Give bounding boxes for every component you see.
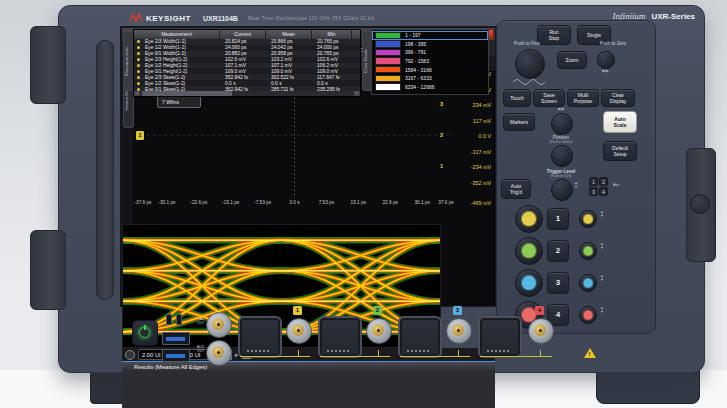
- trigger-source-grid[interactable]: 1 2 3 4: [589, 177, 608, 196]
- power-button[interactable]: [132, 320, 158, 346]
- bezel-brand: KEYSIGHT: [146, 14, 191, 23]
- zoom-button[interactable]: Zoom: [557, 51, 587, 69]
- color-swatch: [375, 66, 401, 74]
- col-min[interactable]: Min: [312, 30, 352, 39]
- ch4-arrows-icon: ▲▼: [599, 306, 605, 315]
- results-panel: Measurements Measurement Current Mean Mi…: [122, 371, 495, 408]
- table-row[interactable]: Eye 0/1 Height(1-2)109.0 mV109.0 mV109.0…: [134, 68, 360, 74]
- color-swatch: [375, 49, 401, 57]
- v-label: 117 mV: [455, 118, 491, 124]
- marker-position-knob[interactable]: [551, 113, 573, 135]
- horizontal-scale-knob[interactable]: [515, 49, 545, 79]
- auto-scale-button[interactable]: AutoScale: [603, 111, 637, 133]
- table-row[interactable]: Eye 1/2 Width(1-2)24.060 ps24.042 ps24.0…: [134, 45, 360, 51]
- horizontal-delay-knob[interactable]: [597, 51, 615, 69]
- t-label: 22.6 ps: [374, 200, 406, 205]
- table-row[interactable]: Eye 2/3 Height(1-2)102.6 mV103.2 mV102.6…: [134, 57, 360, 63]
- color-swatch: [375, 75, 401, 83]
- scroll-thumb[interactable]: [142, 91, 232, 96]
- clamp-knob[interactable]: [690, 194, 710, 214]
- color-swatch: [375, 57, 401, 65]
- ch4-input-tag: 4: [535, 306, 544, 315]
- save-screen-button[interactable]: SaveScreen: [533, 89, 565, 107]
- position-knob[interactable]: [551, 145, 573, 167]
- v-label: -234 mV: [455, 164, 491, 170]
- ch2-scale-knob[interactable]: [515, 237, 543, 265]
- horizontal-icon[interactable]: [125, 350, 135, 360]
- t-label: 15.1 ps: [342, 200, 374, 205]
- results-table[interactable]: Measurement Current Mean Min Eye 2/3 Wid…: [133, 29, 361, 97]
- series-name: UXR-Series: [651, 12, 695, 21]
- ch1-offset-knob[interactable]: [579, 210, 597, 228]
- left-handle: [96, 40, 114, 300]
- trigger-level-line: [135, 135, 454, 136]
- ch4-offset-knob[interactable]: [579, 306, 597, 324]
- probe-socket-1: [238, 316, 282, 358]
- clear-display-button[interactable]: ClearDisplay: [601, 89, 635, 107]
- trigger-level-knob[interactable]: [551, 179, 573, 201]
- warning-icon: !: [584, 348, 596, 358]
- legend-row[interactable]: 396 - 791: [372, 48, 488, 57]
- cal-out-connector: [206, 312, 232, 338]
- auto-trigd-button[interactable]: AutoTrig'd: [501, 179, 531, 199]
- color-swatch: [375, 40, 401, 48]
- ch2-offset-knob[interactable]: [579, 242, 597, 260]
- legend-row[interactable]: 792 - 1583: [372, 57, 488, 66]
- table-header: Measurement Current Mean Min: [134, 30, 360, 39]
- col-measurement[interactable]: Measurement: [134, 30, 220, 39]
- ch3-scale-knob[interactable]: [515, 269, 543, 297]
- ground-port: [176, 314, 182, 325]
- legend-row[interactable]: 198 - 395: [372, 40, 488, 49]
- results-header[interactable]: Results (Measure All Edges): [122, 361, 495, 371]
- color-grade-legend: 1 - 197 198 - 395 396 - 791 792 - 1583 1…: [371, 29, 489, 95]
- ch3-arrows-icon: ▲▼: [599, 274, 605, 283]
- scroll-right-icon[interactable]: ▸: [354, 91, 360, 96]
- ch3-offset-knob[interactable]: [579, 274, 597, 292]
- table-row[interactable]: Eye 2/3 Skew(1-2)352.942 fs302.522 fs117…: [134, 74, 360, 80]
- table-row[interactable]: Eye 1/2 Height(1-2)107.1 mV107.1 mV106.2…: [134, 63, 360, 69]
- legend-row[interactable]: 6334 - 12666: [372, 83, 488, 92]
- ch2-input-tag: 2: [373, 306, 382, 315]
- channel1-ground-marker[interactable]: 1: [136, 131, 144, 140]
- delay-arrows-icon: ◀ ▶: [595, 69, 615, 73]
- ch2-button[interactable]: 2: [547, 240, 569, 262]
- legend-row[interactable]: 1584 - 3166: [372, 65, 488, 74]
- keysight-spark-logo: [130, 13, 143, 23]
- usb-port-2: [162, 349, 190, 362]
- position-arrows-icon: ◀ ▶: [551, 107, 571, 111]
- touch-button[interactable]: Touch: [503, 89, 531, 107]
- aux-label: Aux: [609, 183, 623, 187]
- table-row[interactable]: Eye 2/3 Width(1-2)20.824 ps20.866 ps20.7…: [134, 39, 360, 45]
- table-scrollbar[interactable]: ◂▸: [134, 91, 360, 96]
- trig-source-4[interactable]: 4: [599, 187, 608, 196]
- scroll-left-icon[interactable]: ◂: [134, 91, 140, 96]
- table-row[interactable]: Eye 1/2 Skew(1-2)0.0 s0.0 s0.0 s: [134, 80, 360, 86]
- v-label: 0.0 V: [455, 133, 491, 139]
- trig-source-1[interactable]: 1: [589, 177, 598, 186]
- default-setup-button[interactable]: DefaultSetup: [603, 141, 637, 161]
- ch1-input-tag: 1: [293, 306, 302, 315]
- legend-row[interactable]: 3167 - 6333: [372, 74, 488, 83]
- aux-out-label: AUXOUT: [190, 345, 204, 353]
- bezel-model: UXR1104B: [203, 15, 238, 22]
- trig-source-2[interactable]: 2: [599, 177, 608, 186]
- cal-out-label: CALOUT: [190, 317, 204, 325]
- ch3-button[interactable]: 3: [547, 272, 569, 294]
- ch1-scale-knob[interactable]: [515, 205, 543, 233]
- lcd-screen[interactable]: File Control Setup Display Trigger Measu…: [120, 26, 497, 307]
- multi-purpose-button[interactable]: MultiPurpose: [567, 89, 599, 107]
- col-current[interactable]: Current: [220, 30, 266, 39]
- ch1-button[interactable]: 1: [547, 208, 569, 230]
- trig-source-3[interactable]: 3: [589, 187, 598, 196]
- t-label: 7.53 ps: [310, 200, 342, 205]
- legend-row[interactable]: 1 - 197: [372, 31, 488, 40]
- usb-port-1: [162, 332, 190, 345]
- front-control-panel: RunStop Single Push to Fine Push to Zero…: [496, 20, 656, 334]
- col-mean[interactable]: Mean: [266, 30, 312, 39]
- markers-button[interactable]: Markers: [503, 113, 535, 131]
- left-bottom-bumper: [30, 230, 66, 310]
- table-row[interactable]: Eye 0/1 Width(1-2)20.882 ps20.958 ps20.7…: [134, 51, 360, 57]
- probe-socket-4: [478, 316, 522, 358]
- left-top-bumper: [30, 26, 66, 104]
- color-swatch: [375, 83, 401, 91]
